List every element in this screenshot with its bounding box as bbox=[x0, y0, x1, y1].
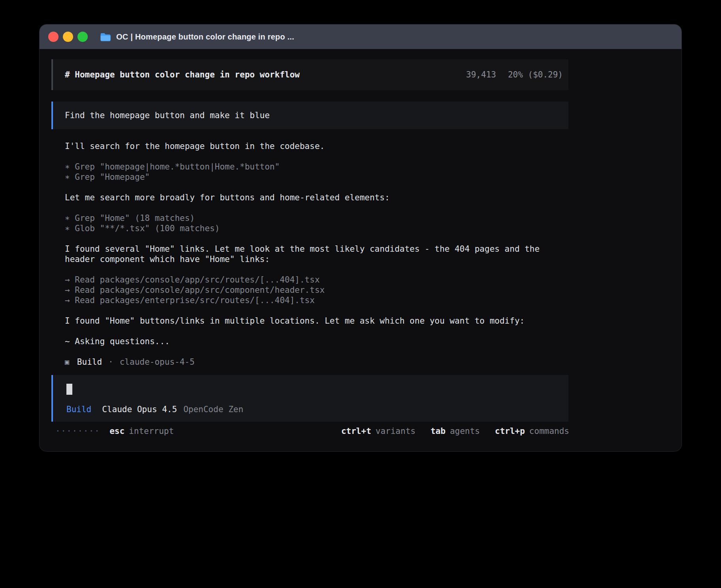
session-header: # Homepage button color change in repo w… bbox=[51, 59, 568, 90]
assistant-status-text: ~ Asking questions... bbox=[65, 336, 567, 347]
agent-mode-label[interactable]: Build bbox=[66, 404, 91, 415]
tool-call-group: ∗ Grep "Home" (18 matches) ∗ Glob "**/*.… bbox=[65, 213, 567, 234]
esc-key-hint: esc bbox=[109, 426, 125, 436]
agent-status-line: ▣ Build · claude-opus-4-5 bbox=[65, 357, 567, 367]
session-title: # Homepage button color change in repo w… bbox=[65, 70, 300, 80]
terminal-window: OC | Homepage button color change in rep… bbox=[40, 24, 681, 451]
minimize-button[interactable] bbox=[63, 32, 73, 42]
close-button[interactable] bbox=[48, 32, 59, 42]
fullscreen-button[interactable] bbox=[77, 32, 88, 42]
assistant-text: I'll search for the homepage button in t… bbox=[65, 141, 567, 151]
shortcut-key: ctrl+t bbox=[341, 426, 371, 436]
assistant-response: I'll search for the homepage button in t… bbox=[51, 141, 567, 367]
tool-call-grep: ∗ Grep "homepage|home.*button|Home.*butt… bbox=[65, 162, 567, 172]
user-message: Find the homepage button and make it blu… bbox=[51, 102, 568, 129]
context-percent-cost: 20% ($0.29) bbox=[508, 70, 563, 80]
assistant-text: I found "Home" buttons/links in multiple… bbox=[65, 316, 567, 326]
tool-call-glob: ∗ Glob "**/*.tsx" (100 matches) bbox=[65, 223, 567, 234]
shortcut-label: variants bbox=[376, 426, 415, 436]
shortcut-commands: ctrl+p commands bbox=[495, 426, 569, 436]
terminal-content: # Homepage button color change in repo w… bbox=[51, 49, 568, 422]
shortcut-label: commands bbox=[529, 426, 569, 436]
shortcut-key: ctrl+p bbox=[495, 426, 525, 436]
prompt-input[interactable]: Build Claude Opus 4.5 OpenCode Zen bbox=[51, 375, 568, 422]
tool-call-read: → Read packages/console/app/src/componen… bbox=[65, 285, 567, 295]
provider-label: OpenCode Zen bbox=[183, 404, 243, 415]
window-title: OC | Homepage button color change in rep… bbox=[116, 32, 294, 41]
folder-icon bbox=[100, 32, 111, 41]
tool-call-read: → Read packages/enterprise/src/routes/[.… bbox=[65, 295, 567, 305]
tool-call-read: → Read packages/console/app/src/routes/[… bbox=[65, 275, 567, 285]
shortcut-agents: tab agents bbox=[430, 426, 480, 436]
token-count: 39,413 bbox=[466, 70, 496, 80]
spinner-icon: ········ bbox=[55, 426, 100, 436]
esc-key-label: interrupt bbox=[129, 426, 174, 436]
assistant-text: Let me search more broadly for buttons a… bbox=[65, 192, 567, 203]
status-bar-right: ctrl+t variants tab agents ctrl+p comman… bbox=[341, 426, 569, 436]
user-message-text: Find the homepage button and make it blu… bbox=[65, 110, 270, 121]
tool-call-grep: ∗ Grep "Homepage" bbox=[65, 172, 567, 182]
model-label[interactable]: Claude Opus 4.5 bbox=[102, 404, 177, 415]
titlebar: OC | Homepage button color change in rep… bbox=[40, 24, 681, 49]
agent-name: Build bbox=[77, 357, 102, 367]
tool-call-grep: ∗ Grep "Home" (18 matches) bbox=[65, 213, 567, 223]
agent-icon: ▣ bbox=[65, 357, 69, 367]
status-bar: ········ esc interrupt ctrl+t variants t… bbox=[51, 426, 569, 436]
model-name: claude-opus-4-5 bbox=[120, 357, 195, 367]
session-stats: 39,413 20% ($0.29) bbox=[466, 70, 563, 80]
assistant-text: I found several "Home" links. Let me loo… bbox=[65, 244, 567, 264]
input-status-row: Build Claude Opus 4.5 OpenCode Zen bbox=[66, 404, 568, 415]
shortcut-label: agents bbox=[450, 426, 480, 436]
shortcut-variants: ctrl+t variants bbox=[341, 426, 415, 436]
status-bar-left: ········ esc interrupt bbox=[51, 426, 174, 436]
tool-call-group: ∗ Grep "homepage|home.*button|Home.*butt… bbox=[65, 162, 567, 182]
text-cursor bbox=[66, 384, 72, 395]
tool-call-group: → Read packages/console/app/src/routes/[… bbox=[65, 275, 567, 305]
separator-dot: · bbox=[108, 357, 113, 367]
shortcut-key: tab bbox=[430, 426, 445, 436]
